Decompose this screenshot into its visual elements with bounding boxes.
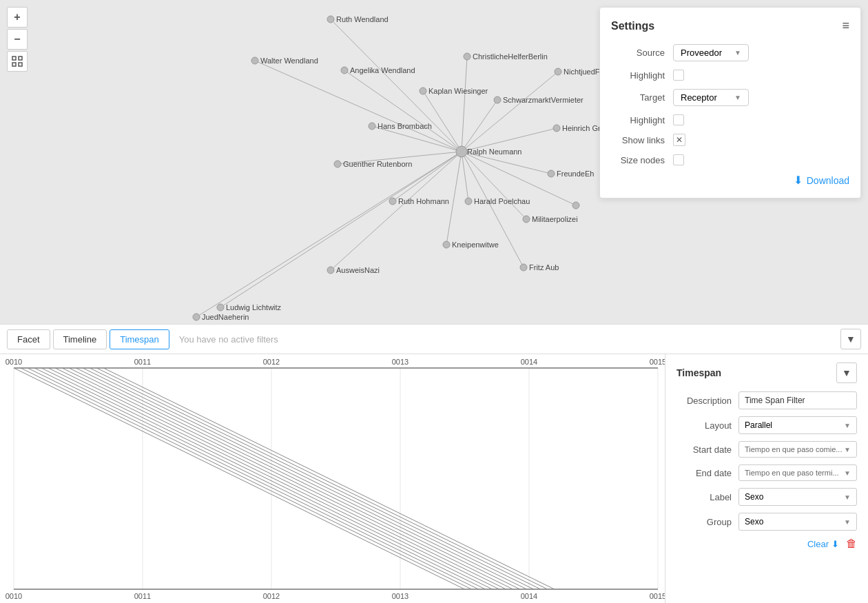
source-dropdown[interactable]: Proveedor ▼ bbox=[673, 44, 749, 61]
edge-line bbox=[344, 70, 462, 152]
node-label: Harald Poelchau bbox=[474, 197, 530, 205]
node-circle[interactable] bbox=[217, 304, 224, 311]
source-highlight-checkbox[interactable] bbox=[673, 70, 684, 81]
node-label: Kaplan Wiesinger bbox=[428, 87, 488, 95]
timespan-panel-title: Timespan bbox=[676, 367, 721, 378]
layout-dropdown[interactable]: Parallel ▼ bbox=[738, 416, 857, 434]
tab-timeline[interactable]: Timeline bbox=[53, 329, 107, 349]
timeline-data-line bbox=[62, 368, 513, 589]
timeline-data-line bbox=[103, 368, 555, 589]
node-label: JuedNaeherin bbox=[202, 313, 249, 321]
group-dropdown-arrow: ▼ bbox=[844, 518, 851, 526]
timespan-label-row: Label Sexo ▼ bbox=[676, 488, 857, 506]
timeline-data-line bbox=[41, 368, 493, 589]
end-date-dropdown[interactable]: Tiempo en que paso termi... ▼ bbox=[738, 464, 857, 481]
timespan-group-row: Group Sexo ▼ bbox=[676, 513, 857, 531]
node-label: Ludwig Lichtwitz bbox=[226, 303, 282, 311]
layout-label: Layout bbox=[676, 420, 738, 431]
download-small-icon: ⬇ bbox=[831, 539, 839, 549]
tab-facet[interactable]: Facet bbox=[7, 329, 50, 349]
node-circle[interactable] bbox=[389, 198, 396, 205]
node-circle[interactable] bbox=[341, 67, 348, 74]
node-circle[interactable] bbox=[553, 125, 560, 132]
node-circle[interactable] bbox=[464, 53, 471, 60]
trash-button[interactable]: 🗑 bbox=[846, 538, 857, 550]
timeline-data-line bbox=[55, 368, 506, 589]
zoom-out-button[interactable]: − bbox=[7, 29, 28, 50]
node-circle[interactable] bbox=[420, 88, 426, 94]
timeline-axis-label-bottom: 0012 bbox=[263, 592, 280, 600]
label-dropdown[interactable]: Sexo ▼ bbox=[738, 488, 857, 506]
group-dropdown[interactable]: Sexo ▼ bbox=[738, 513, 857, 531]
edge-line bbox=[220, 152, 462, 307]
filter-chevron-button[interactable]: ▼ bbox=[840, 329, 861, 349]
timespan-enddate-row: End date Tiempo en que paso termi... ▼ bbox=[676, 464, 857, 481]
timeline-axis-label-top: 0010 bbox=[6, 358, 22, 366]
size-nodes-checkbox[interactable] bbox=[673, 154, 684, 165]
download-icon: ⬇ bbox=[794, 174, 803, 187]
svg-rect-0 bbox=[12, 57, 16, 60]
timeline-data-line bbox=[83, 368, 534, 589]
node-circle[interactable] bbox=[572, 202, 579, 209]
node-circle[interactable] bbox=[327, 16, 334, 23]
label-label: Label bbox=[676, 492, 738, 502]
node-label: NichtjuedFreundLF bbox=[564, 68, 599, 76]
node-circle[interactable] bbox=[334, 161, 341, 167]
timeline-data-line bbox=[96, 368, 548, 589]
target-highlight-label: Highlight bbox=[611, 115, 673, 125]
node-circle[interactable] bbox=[456, 146, 467, 157]
timeline-chart: 0010001100120013001400150010001100120013… bbox=[0, 354, 665, 603]
timeline-data-line bbox=[90, 368, 541, 589]
timeline-axis-label-top: 0015 bbox=[650, 358, 665, 366]
node-label: Heinrich Grue bbox=[562, 124, 599, 132]
node-circle[interactable] bbox=[494, 96, 501, 103]
description-input[interactable] bbox=[738, 391, 857, 409]
download-button[interactable]: ⬇ Download bbox=[611, 174, 849, 187]
zoom-in-button[interactable]: + bbox=[7, 7, 28, 28]
node-label: AusweisNazi bbox=[336, 266, 380, 274]
show-links-row: Show links ✕ bbox=[611, 134, 849, 146]
show-links-checkbox[interactable]: ✕ bbox=[673, 134, 685, 146]
node-label: Ruth Wendland bbox=[336, 15, 389, 23]
timeline-data-line bbox=[21, 368, 472, 589]
end-date-label: End date bbox=[676, 468, 738, 478]
node-circle[interactable] bbox=[548, 170, 555, 177]
node-label: FreundeEh bbox=[557, 170, 594, 178]
node-circle[interactable] bbox=[520, 264, 527, 271]
settings-title: Settings bbox=[611, 20, 654, 32]
settings-panel: Settings ≡ Source Proveedor ▼ Highlight … bbox=[599, 7, 861, 198]
node-circle[interactable] bbox=[555, 68, 561, 75]
target-dropdown[interactable]: Receptor ▼ bbox=[673, 89, 749, 106]
node-circle[interactable] bbox=[193, 314, 200, 320]
target-highlight-checkbox[interactable] bbox=[673, 114, 684, 125]
target-highlight-row: Highlight bbox=[611, 114, 849, 125]
map-controls: + − bbox=[7, 7, 28, 72]
node-circle[interactable] bbox=[369, 123, 375, 130]
start-date-dropdown[interactable]: Tiempo en que paso comie... ▼ bbox=[738, 441, 857, 458]
timespan-startdate-row: Start date Tiempo en que paso comie... ▼ bbox=[676, 441, 857, 458]
node-label: Militaerpolizei bbox=[532, 215, 578, 223]
timeline-axis-label-bottom: 0013 bbox=[392, 592, 409, 600]
clear-button[interactable]: Clear ⬇ bbox=[807, 539, 839, 549]
timeline-axis-label-bottom: 0011 bbox=[134, 592, 151, 600]
layout-dropdown-arrow: ▼ bbox=[844, 422, 851, 429]
target-row: Target Receptor ▼ bbox=[611, 89, 849, 106]
node-circle[interactable] bbox=[327, 267, 334, 274]
target-dropdown-arrow: ▼ bbox=[734, 94, 741, 101]
timeline-data-line bbox=[34, 368, 486, 589]
node-circle[interactable] bbox=[465, 198, 472, 205]
hamburger-icon[interactable]: ≡ bbox=[842, 19, 849, 33]
tab-timespan[interactable]: Timespan bbox=[110, 329, 169, 349]
fit-button[interactable] bbox=[7, 51, 28, 72]
node-circle[interactable] bbox=[523, 216, 530, 223]
description-label: Description bbox=[676, 396, 738, 406]
graph-area: + − Ruth WendlandWalter WendlandAngelika… bbox=[0, 0, 868, 324]
timespan-chevron-button[interactable]: ▼ bbox=[836, 362, 857, 383]
node-circle[interactable] bbox=[251, 57, 258, 64]
timespan-layout-row: Layout Parallel ▼ bbox=[676, 416, 857, 434]
size-nodes-label: Size nodes bbox=[611, 155, 673, 165]
node-circle[interactable] bbox=[443, 241, 450, 248]
timeline-axis-label-bottom: 0010 bbox=[6, 592, 22, 600]
node-label: SchwarzmarktVermieter bbox=[503, 96, 583, 104]
edge-line bbox=[196, 152, 462, 317]
